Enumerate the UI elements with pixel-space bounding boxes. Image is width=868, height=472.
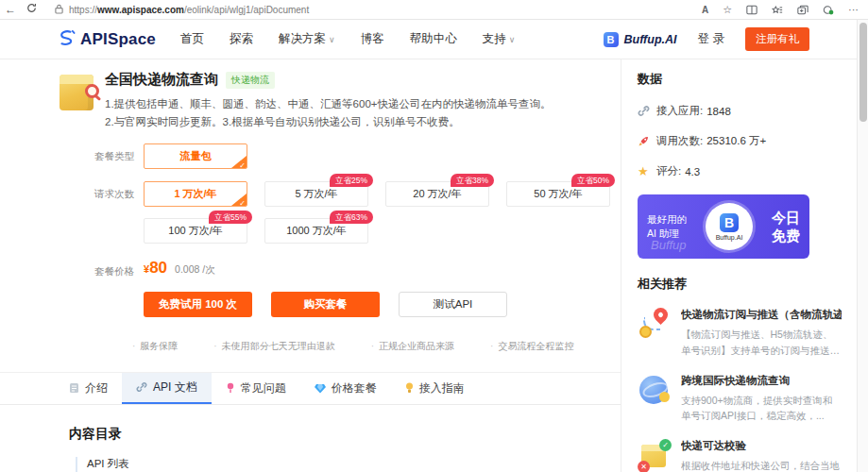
quota-option-100w[interactable]: 100 万次/年 立省55% xyxy=(144,218,247,244)
banner-left-text: 最好用的 AI 助理 Buffup xyxy=(647,212,687,241)
buffup-logo-icon: B xyxy=(604,32,619,47)
favorites-bar-icon[interactable] xyxy=(772,5,783,15)
quota-option-1w[interactable]: 1 万次/年 ✓ xyxy=(144,181,247,207)
check-icon: ✓ xyxy=(239,200,246,207)
site-header: APISpace 首页 探索 解决方案∨ 博客 帮助中心 支持∨ B Buffu… xyxy=(0,20,868,59)
guarantee-item: ·正规企业商品来源 xyxy=(371,340,454,353)
related-item-reachability[interactable]: ✓ ✕ 快递可达校验 根据收件地址和快递公司，结合当地疫情管控校验地址能否派送，… xyxy=(638,439,843,472)
buffup-link[interactable]: B Buffup.AI xyxy=(604,32,677,47)
stat-rating: ★ 评分: 4.3 xyxy=(638,164,843,178)
free-trial-button[interactable]: 免费试用 100 次 xyxy=(144,292,252,317)
related-item-subscribe[interactable]: 快递物流订阅与推送（含物流轨迹） 【物流订阅与推送、H5物流轨迹、单号识别】支持… xyxy=(638,308,843,359)
test-api-button[interactable]: 测试API xyxy=(399,292,507,317)
price-value: 80 xyxy=(149,259,167,277)
nav-item-solutions[interactable]: 解决方案∨ xyxy=(279,31,335,47)
discount-badge: 立省50% xyxy=(571,174,615,188)
link-icon xyxy=(638,105,656,117)
stat-value: 1848 xyxy=(706,106,731,117)
category-tag[interactable]: 快递物流 xyxy=(226,72,275,89)
related-item-international[interactable]: 跨境国际快递物流查询 支持900+物流商，提供实时查询和单号订阅API接口，稳定… xyxy=(638,374,843,425)
browser-toolbar: ← https://www.apispace.com/eolink/api/wl… xyxy=(0,0,868,20)
scrollbar-thumb[interactable] xyxy=(859,23,867,122)
detail-tabbar: 介绍 API 文档 常见问题 价格套餐 xyxy=(0,372,621,405)
magnifier-icon xyxy=(85,84,99,98)
nav-item-home[interactable]: 首页 xyxy=(180,31,204,47)
dot-icon: · xyxy=(371,341,374,351)
guarantee-bar: ·服务保障 ·未使用部分七天无理由退款 ·正规企业商品来源 ·交易流程全程监控 xyxy=(132,340,621,353)
product-main: 全国快递物流查询 快递物流 1.提供包括申通、顺丰、圆通、韵达、中通、汇通等60… xyxy=(0,59,621,472)
package-type-option[interactable]: 流量包 ✓ xyxy=(144,143,247,169)
refresh-icon[interactable] xyxy=(21,3,42,16)
check-icon: ✓ xyxy=(239,162,246,169)
tab-guide[interactable]: 接入指南 xyxy=(391,373,479,404)
apispace-logo-text: APISpace xyxy=(80,30,156,49)
url-scheme: https:// xyxy=(69,5,97,15)
gem-icon xyxy=(315,383,326,394)
chevron-down-icon: ∨ xyxy=(329,35,335,44)
toc-heading: 内容目录 xyxy=(69,426,621,443)
stat-connected-apps: 接入应用: 1848 xyxy=(638,104,843,118)
banner-right-text: 今日 免费 xyxy=(772,209,800,245)
dot-icon: · xyxy=(490,341,493,351)
tab-pricing[interactable]: 价格套餐 xyxy=(300,373,391,404)
nav-item-blog[interactable]: 博客 xyxy=(361,31,384,47)
site-permissions-icon[interactable] xyxy=(55,1,63,18)
url-path: /eolink/api/wlgj1/apiDocument xyxy=(184,5,309,15)
buffup-ad-banner[interactable]: 最好用的 AI 助理 Buffup B Buffup.AI 今日 免费 xyxy=(638,194,809,259)
split-screen-icon[interactable] xyxy=(746,5,757,15)
quota-option-20w[interactable]: 20 万次/年 立省38% xyxy=(385,181,489,207)
nav-item-support[interactable]: 支持∨ xyxy=(483,31,516,47)
globe-icon xyxy=(638,374,672,408)
discount-badge: 立省25% xyxy=(330,174,373,188)
guarantee-item: ·交易流程全程监控 xyxy=(490,340,573,353)
box-check-icon: ✓ ✕ xyxy=(638,439,672,472)
login-link[interactable]: 登 录 xyxy=(698,31,724,47)
pin-icon xyxy=(226,382,235,394)
product-description: 1.提供包括申通、顺丰、圆通、韵达、中通、汇通等600+快递公司在内的快递物流单… xyxy=(105,95,553,131)
api-list-title[interactable]: API 列表 xyxy=(87,457,621,471)
stat-value: 4.3 xyxy=(685,166,700,177)
buffup-label: Buffup.AI xyxy=(624,33,677,46)
related-heading: 相关推荐 xyxy=(638,276,843,293)
product-icon xyxy=(60,71,97,114)
stat-call-count: 调用次数: 25310.6 万+ xyxy=(638,134,843,148)
main-nav: 首页 探索 解决方案∨ 博客 帮助中心 支持∨ xyxy=(180,31,515,47)
right-sidebar: 数据 接入应用: 1848 调用次数: 25310.6 万+ ★ 评分: 4.3… xyxy=(621,59,857,472)
tab-api-doc[interactable]: API 文档 xyxy=(122,373,212,404)
page-scrollbar[interactable] xyxy=(857,20,868,472)
address-bar[interactable]: https://www.apispace.com/eolink/api/wlgj… xyxy=(69,5,309,15)
settings-more-icon[interactable]: ··· xyxy=(848,4,859,15)
favorite-star-icon[interactable]: ☆ xyxy=(723,4,732,16)
buffup-badge-icon: B Buffup.AI xyxy=(706,203,753,250)
stat-value: 25310.6 万+ xyxy=(706,134,766,148)
apispace-logo[interactable]: APISpace xyxy=(57,29,156,50)
register-button[interactable]: 注册有礼 xyxy=(745,27,809,51)
collections-icon[interactable] xyxy=(797,5,808,15)
read-aloud-icon[interactable]: A xyxy=(702,5,708,15)
request-count-label: 请求次数 xyxy=(60,181,134,201)
rocket-icon xyxy=(638,135,656,147)
page: ← https://www.apispace.com/eolink/api/wl… xyxy=(0,0,868,472)
guarantee-item: ·未使用部分七天无理由退款 xyxy=(213,340,334,353)
discount-badge: 立省38% xyxy=(451,174,494,188)
discount-badge: 立省55% xyxy=(209,211,252,225)
guarantee-item: ·服务保障 xyxy=(132,340,178,353)
quota-option-1000w[interactable]: 1000 万次/年 立省63% xyxy=(264,218,368,244)
extension-icon[interactable] xyxy=(823,5,834,15)
tab-faq[interactable]: 常见问题 xyxy=(212,373,300,404)
lightbulb-icon xyxy=(405,382,414,394)
banner-script-decoration: Buffup xyxy=(651,237,687,255)
quota-option-50w[interactable]: 50 万次/年 立省50% xyxy=(506,181,610,207)
product-title: 全国快递物流查询 xyxy=(105,71,218,89)
star-icon: ★ xyxy=(638,164,656,178)
chevron-down-icon: ∨ xyxy=(509,35,516,44)
nav-item-help-center[interactable]: 帮助中心 xyxy=(410,31,457,47)
buy-package-button[interactable]: 购买套餐 xyxy=(271,292,380,317)
quota-option-5w[interactable]: 5 万次/年 立省25% xyxy=(264,181,368,207)
nav-item-explore[interactable]: 探索 xyxy=(230,31,253,47)
back-icon[interactable]: ← xyxy=(0,3,21,16)
dot-icon: · xyxy=(213,341,216,351)
tab-intro[interactable]: 介绍 xyxy=(55,373,122,404)
dot-icon: · xyxy=(132,341,135,351)
apispace-logo-icon xyxy=(57,29,76,50)
